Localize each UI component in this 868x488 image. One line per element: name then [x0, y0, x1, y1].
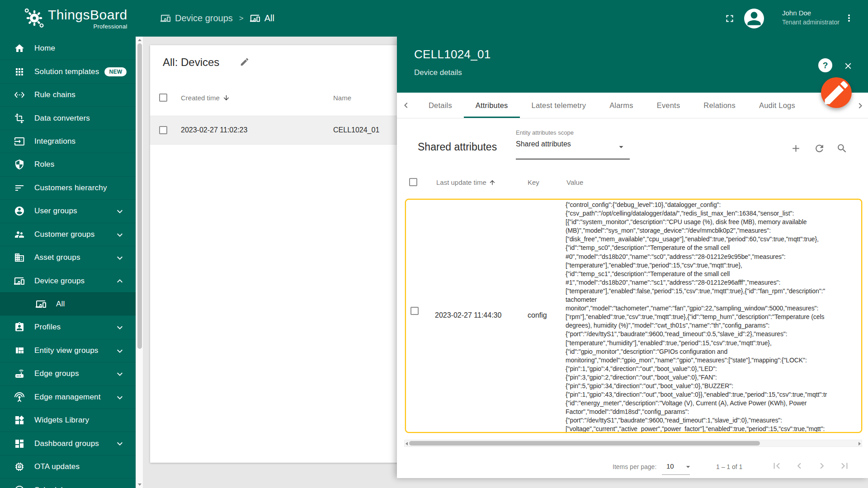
avatar[interactable]	[744, 9, 764, 28]
expand-more-icon	[114, 253, 125, 263]
select-underline	[516, 159, 630, 160]
sidebar-item-solution-templates[interactable]: Solution templatesNEW	[0, 60, 136, 83]
sidebar-item-data-converters[interactable]: Data converters	[0, 106, 136, 129]
tab-audit-logs[interactable]: Audit Logs	[747, 93, 807, 118]
close-icon[interactable]	[843, 61, 853, 71]
tabs-scroll-left-icon[interactable]	[401, 100, 411, 111]
column-name[interactable]: Name	[333, 94, 351, 102]
column-value[interactable]: Value	[566, 178, 583, 186]
expand-more-icon	[114, 230, 125, 240]
items-per-page-value[interactable]: 10	[666, 462, 674, 470]
breadcrumb-all[interactable]: All	[250, 13, 274, 23]
sidebar-item-ota-updates[interactable]: OTA updates	[0, 455, 136, 478]
sidebar-item-label: Rule chains	[34, 90, 75, 99]
sidebar-item-home[interactable]: Home	[0, 37, 136, 60]
memory-icon	[14, 461, 25, 472]
next-page-icon[interactable]	[816, 460, 828, 472]
horizontal-scrollbar[interactable]	[404, 440, 862, 447]
sidebar-item-roles[interactable]: Roles	[0, 153, 136, 176]
tab-details[interactable]: Details	[417, 93, 464, 118]
last-page-icon[interactable]	[839, 460, 850, 472]
scroll-left-arrow-icon[interactable]	[406, 442, 408, 446]
tab-attributes[interactable]: Attributes	[464, 93, 520, 118]
edit-title-icon[interactable]	[240, 57, 250, 67]
fullscreen-icon[interactable]	[724, 13, 736, 24]
attributes-select-all-checkbox[interactable]	[409, 178, 417, 186]
attribute-value-line: #0","model":"ds18b20","name":"sc0","addr…	[566, 253, 859, 261]
scroll-down-arrow-icon[interactable]	[138, 483, 142, 486]
select-all-checkbox[interactable]	[159, 94, 167, 102]
previous-page-icon[interactable]	[793, 460, 805, 472]
row-checkbox[interactable]	[159, 126, 167, 134]
apps-icon	[14, 66, 25, 77]
scroll-right-arrow-icon[interactable]	[859, 442, 861, 446]
thingsboard-app: { "colors":{"primary":"#00695c","fab_acc…	[0, 0, 868, 488]
tab-latest-telemetry[interactable]: Latest telemetry	[520, 93, 598, 118]
more-vert-icon[interactable]	[844, 13, 854, 23]
tab-alarms[interactable]: Alarms	[598, 93, 645, 118]
details-tabbar: DetailsAttributesLatest telemetryAlarmsE…	[397, 93, 868, 118]
attribute-value-line: {"csv_path":"/opt/celling/datalogger/dat…	[566, 209, 859, 218]
sidebar-scrollbar[interactable]	[136, 37, 143, 488]
sidebar-item-rule-chains[interactable]: Rule chains	[0, 83, 136, 106]
attribute-value-cell[interactable]: {"control_config":{"debug_level":10},"da…	[566, 201, 859, 432]
details-subtitle: Device details	[414, 68, 462, 77]
sidebar-item-integrations[interactable]: Integrations	[0, 130, 136, 153]
scroll-up-arrow-icon[interactable]	[138, 39, 142, 41]
sidebar-item-device-groups[interactable]: Device groups	[0, 269, 136, 292]
help-icon[interactable]: ?	[818, 58, 832, 72]
view-quilt-icon	[14, 345, 25, 356]
attribute-value-line: {"id":"temp_sc1","description":"Temperat…	[566, 270, 859, 278]
sidebar-item-edge-groups[interactable]: Edge groups	[0, 362, 136, 385]
sidebar-item-profiles[interactable]: Profiles	[0, 315, 136, 338]
attribute-last-update-time: 2023-02-27 11:44:30	[435, 311, 501, 319]
horizontal-scrollbar-thumb[interactable]	[409, 441, 760, 446]
sidebar-scrollbar-thumb[interactable]	[137, 43, 142, 349]
sidebar-item-entity-view-groups[interactable]: Entity view groups	[0, 339, 136, 362]
scope-label: Entity attributes scope	[516, 129, 630, 136]
dashboard-icon	[14, 438, 25, 449]
attribute-value-line: monitor","model":"tachometer","name":"fa…	[566, 304, 859, 313]
sidebar-item-all[interactable]: All	[0, 292, 136, 315]
sidebar-item-user-groups[interactable]: User groups	[0, 199, 136, 222]
column-created-time[interactable]: Created time	[181, 94, 230, 102]
breadcrumb-device-groups[interactable]: Device groups	[160, 13, 233, 23]
attribute-value-line: ["voltage","current","active_power","pow…	[566, 425, 859, 432]
arrow-down-icon	[222, 94, 230, 102]
widgets-icon	[14, 415, 25, 426]
attribute-value-line: {"port":"/dev/ttyS1","baudrate":9600,"re…	[566, 416, 859, 425]
sidebar-item-widgets-library[interactable]: Widgets Library	[0, 408, 136, 432]
user-role: Tenant administrator	[782, 19, 840, 26]
attribute-value-line: degrees), humidity (%)","model":"cwt_th0…	[566, 321, 859, 330]
attribute-value-line: ["temperature"],"enabled":false,"period"…	[566, 287, 859, 296]
attribute-row-checkbox[interactable]	[410, 307, 419, 315]
tab-events[interactable]: Events	[645, 93, 692, 118]
sidebar-item-dashboard-groups[interactable]: Dashboard groups	[0, 432, 136, 455]
sidebar-item-customer-groups[interactable]: Customer groups	[0, 223, 136, 246]
attributes-scope-select[interactable]: Entity attributes scope Shared attribute…	[516, 129, 630, 148]
security-icon	[14, 159, 25, 170]
sidebar-item-asset-groups[interactable]: Asset groups	[0, 246, 136, 269]
add-attribute-icon[interactable]	[790, 143, 802, 154]
sidebar-item-customers-hierarchy[interactable]: Customers hierarchy	[0, 176, 136, 199]
refresh-icon	[814, 143, 825, 154]
tab-relations[interactable]: Relations	[692, 93, 747, 118]
tabs-scroll-right-icon[interactable]	[855, 100, 866, 111]
refresh-icon[interactable]	[814, 143, 825, 154]
thingsboard-logo[interactable]: ThingsBoard Professional	[24, 7, 127, 30]
schedule-icon	[14, 485, 25, 488]
attribute-value-line: {"pin":1,"gpio":43,"direction":"out","bo…	[566, 390, 859, 399]
person-icon	[744, 9, 764, 28]
breadcrumb: Device groups > All	[160, 0, 274, 37]
sidebar-item-edge-management[interactable]: Edge management	[0, 385, 136, 408]
add-icon	[790, 143, 802, 154]
chevron-down-icon[interactable]	[684, 462, 693, 471]
column-last-update-time[interactable]: Last update time	[436, 178, 496, 186]
first-page-icon[interactable]	[771, 460, 783, 472]
edit-device-fab[interactable]	[821, 77, 852, 108]
sidebar-item-scheduler[interactable]: Scheduler	[0, 478, 136, 488]
column-key[interactable]: Key	[528, 178, 539, 186]
pencil-icon	[821, 77, 852, 108]
chevron-right-icon	[855, 100, 866, 111]
search-icon[interactable]	[836, 143, 848, 154]
